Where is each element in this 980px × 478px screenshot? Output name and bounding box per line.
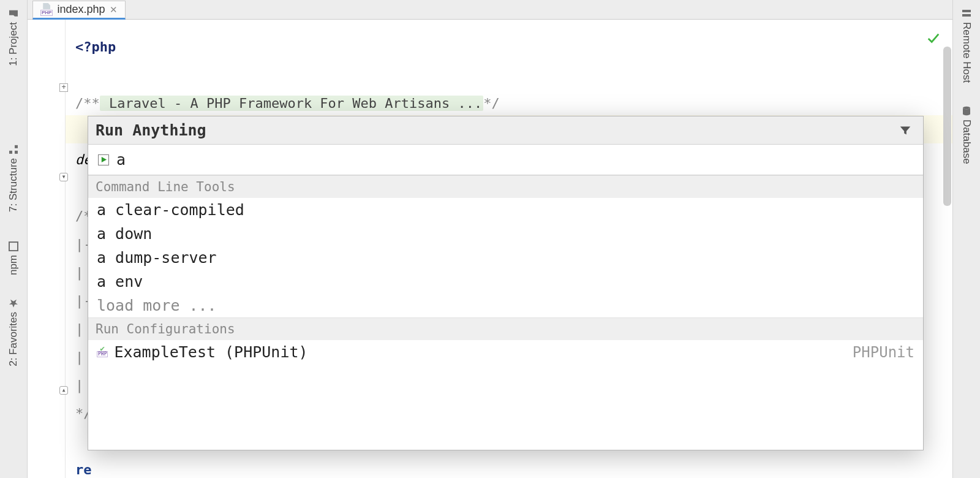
code-token: <?php (75, 39, 116, 55)
run-anything-popup: Run Anything Command Line Tools a clear-… (88, 116, 924, 450)
popup-title: Run Anything (96, 121, 206, 139)
structure-tool-button[interactable]: 7: Structure (7, 142, 20, 214)
svg-rect-2 (15, 145, 18, 148)
run-config-type: PHPUnit (853, 344, 914, 361)
npm-icon (9, 241, 18, 251)
remote-host-icon (962, 9, 971, 18)
close-icon[interactable]: ✕ (110, 4, 118, 15)
code-token: re (75, 462, 92, 477)
folder-icon (9, 9, 18, 18)
database-icon (962, 106, 971, 116)
code-token: | (75, 265, 83, 280)
cli-result-item[interactable]: a dump-server (88, 246, 923, 270)
editor-scrollbar[interactable] (943, 47, 951, 206)
popup-search-row (88, 144, 923, 175)
svg-rect-4 (962, 10, 971, 12)
fold-toggle-icon[interactable]: ▾ (59, 173, 68, 181)
code-token: | (75, 377, 83, 393)
run-icon (98, 154, 109, 165)
php-file-icon: PHP (40, 3, 53, 16)
tab-label: index.php (57, 3, 105, 16)
section-header-configs: Run Configurations (88, 317, 923, 340)
favorites-tool-label: 2: Favorites (7, 312, 20, 366)
left-tool-rail: 1: Project 7: Structure npm 2: Favorites (0, 0, 28, 478)
svg-rect-0 (15, 151, 18, 154)
star-icon (9, 298, 18, 308)
npm-tool-button[interactable]: npm (7, 239, 20, 278)
code-token: */ (483, 96, 500, 111)
filter-icon[interactable] (899, 124, 912, 137)
analysis-ok-icon (927, 32, 940, 45)
code-editor[interactable]: + ▾ ▴ <?php /** Laravel - A PHP Framewor… (28, 20, 952, 478)
tab-index-php[interactable]: PHP index.php ✕ (32, 1, 126, 20)
database-tool-button[interactable]: Database (960, 104, 973, 167)
run-anything-input[interactable] (116, 151, 913, 169)
remote-host-tool-button[interactable]: Remote Host (960, 6, 973, 85)
structure-tool-label: 7: Structure (7, 158, 20, 212)
cli-result-item[interactable]: a down (88, 222, 923, 246)
section-header-cli: Command Line Tools (88, 175, 923, 198)
favorites-tool-button[interactable]: 2: Favorites (7, 296, 20, 369)
run-config-item[interactable]: ✔PHP ExampleTest (PHPUnit) PHPUnit (88, 340, 923, 364)
svg-rect-1 (9, 151, 12, 154)
svg-rect-5 (962, 14, 971, 17)
project-tool-label: 1: Project (7, 22, 20, 66)
load-more-link[interactable]: load more ... (88, 294, 923, 317)
editor-tab-bar: PHP index.php ✕ (28, 0, 952, 20)
phpunit-icon: ✔PHP (97, 347, 108, 357)
cli-result-item[interactable]: a clear-compiled (88, 198, 923, 222)
run-config-label: ExampleTest (PHPUnit) (114, 343, 307, 361)
code-token: | (75, 321, 83, 336)
project-tool-button[interactable]: 1: Project (7, 6, 20, 69)
svg-point-6 (963, 107, 970, 109)
right-tool-rail: Remote Host Database (952, 0, 980, 478)
code-token: Laravel - A PHP Framework For Web Artisa… (100, 96, 484, 111)
code-token: /** (75, 96, 100, 111)
fold-toggle-icon[interactable]: ▴ (59, 386, 68, 395)
editor-gutter: + ▾ ▴ (28, 20, 66, 478)
remote-host-label: Remote Host (960, 22, 973, 83)
cli-result-item[interactable]: a env (88, 270, 923, 294)
structure-icon (9, 145, 18, 154)
code-token: | (75, 349, 83, 365)
database-label: Database (960, 120, 973, 164)
npm-tool-label: npm (7, 255, 20, 275)
fold-toggle-icon[interactable]: + (59, 83, 68, 92)
svg-rect-3 (9, 242, 18, 251)
